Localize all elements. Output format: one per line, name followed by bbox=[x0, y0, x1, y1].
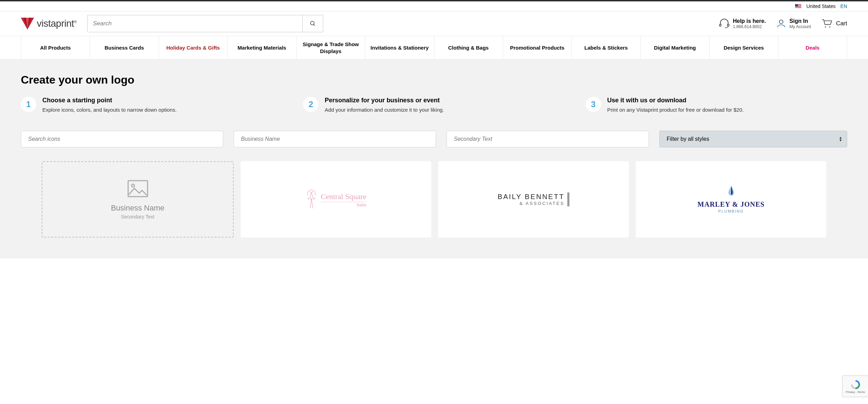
nav-bar: All Products Business Cards Holiday Card… bbox=[0, 36, 868, 60]
step-1-title: Choose a starting point bbox=[42, 97, 282, 104]
baily-bar-icon bbox=[567, 192, 569, 206]
logo-mark-icon bbox=[21, 18, 34, 29]
logo-grid: Business Name Secondary Text Central Squ… bbox=[21, 161, 847, 238]
help-title: Help is here. bbox=[733, 18, 766, 24]
header-actions: Help is here. 1.866.614.8002 Sign In My … bbox=[719, 18, 847, 29]
business-name-input[interactable] bbox=[234, 131, 436, 147]
search-button[interactable] bbox=[302, 15, 323, 32]
ballerina-icon bbox=[306, 189, 317, 210]
nav-invitations[interactable]: Invitations & Stationery bbox=[365, 36, 434, 59]
step-1-desc: Explore icons, colors, and layouts to na… bbox=[42, 106, 282, 113]
svg-point-2 bbox=[779, 20, 783, 24]
nav-marketing[interactable]: Marketing Materials bbox=[228, 36, 297, 59]
nav-clothing[interactable]: Clothing & Bags bbox=[434, 36, 503, 59]
help-action[interactable]: Help is here. 1.866.614.8002 bbox=[719, 18, 766, 29]
step-2: 2 Personalize for your business or event… bbox=[303, 97, 565, 113]
svg-rect-5 bbox=[128, 181, 148, 197]
nav-promotional[interactable]: Promotional Products bbox=[503, 36, 572, 59]
cart-label: Cart bbox=[836, 20, 847, 27]
steps-row: 1 Choose a starting point Explore icons,… bbox=[21, 97, 847, 113]
secondary-text-input[interactable] bbox=[446, 131, 649, 147]
marley-sub: PLUMBING bbox=[698, 209, 765, 213]
style-filter-wrap: Filter by all styles ▲▼ bbox=[659, 131, 847, 147]
step-3-desc: Print on any Vistaprint product for free… bbox=[607, 106, 847, 113]
signin-action[interactable]: Sign In My Account bbox=[776, 18, 811, 29]
logo-card-marley[interactable]: MARLEY & JONES PLUMBING bbox=[636, 161, 826, 238]
step-3: 3 Use it with us or download Print on an… bbox=[586, 97, 847, 113]
nav-deals[interactable]: Deals bbox=[778, 36, 847, 59]
locale-bar: United States EN bbox=[0, 1, 868, 11]
nav-digital-marketing[interactable]: Digital Marketing bbox=[641, 36, 709, 59]
step-1-num: 1 bbox=[21, 97, 36, 112]
step-2-title: Personalize for your business or event bbox=[325, 97, 565, 104]
locale-country[interactable]: United States bbox=[806, 3, 835, 9]
svg-point-7 bbox=[310, 190, 313, 192]
placeholder-sub: Secondary Text bbox=[121, 214, 154, 220]
nav-all-products[interactable]: All Products bbox=[21, 36, 90, 59]
svg-point-4 bbox=[829, 26, 831, 28]
nav-labels[interactable]: Labels & Stickers bbox=[572, 36, 641, 59]
logo-card-baily[interactable]: BAILY BENNETT & ASSOCIATES bbox=[438, 161, 629, 238]
locale-lang[interactable]: EN bbox=[841, 3, 847, 9]
help-phone: 1.866.614.8002 bbox=[733, 24, 766, 29]
svg-point-6 bbox=[132, 184, 134, 187]
search-wrap bbox=[87, 15, 323, 32]
signin-title: Sign In bbox=[790, 18, 811, 24]
ballet-sub: Ballet bbox=[321, 202, 366, 207]
nav-design-services[interactable]: Design Services bbox=[710, 36, 778, 59]
search-input[interactable] bbox=[87, 15, 302, 32]
flag-icon bbox=[795, 4, 801, 8]
logo-text: vistaprint® bbox=[37, 18, 77, 29]
nav-holiday-cards[interactable]: Holiday Cards & Gifts bbox=[159, 36, 228, 59]
style-filter-select[interactable]: Filter by all styles bbox=[659, 131, 847, 147]
svg-point-0 bbox=[310, 21, 314, 25]
step-1: 1 Choose a starting point Explore icons,… bbox=[21, 97, 282, 113]
svg-point-3 bbox=[825, 26, 826, 28]
marley-name: MARLEY & JONES bbox=[698, 200, 765, 208]
baily-name: BAILY BENNETT bbox=[498, 193, 565, 201]
step-3-num: 3 bbox=[586, 97, 601, 112]
ballet-name: Central Square bbox=[321, 192, 366, 201]
logo-card-placeholder[interactable]: Business Name Secondary Text bbox=[42, 161, 234, 238]
nav-signage[interactable]: Signage & Trade Show Displays bbox=[297, 36, 365, 59]
page-title: Create your own logo bbox=[21, 74, 847, 86]
nav-business-cards[interactable]: Business Cards bbox=[90, 36, 159, 59]
step-2-desc: Add your information and customize it to… bbox=[325, 106, 565, 113]
search-icon bbox=[310, 20, 316, 27]
main-section: Create your own logo 1 Choose a starting… bbox=[0, 60, 868, 258]
logo-card-ballet[interactable]: Central Square Ballet bbox=[241, 161, 431, 238]
filter-row: Filter by all styles ▲▼ bbox=[21, 131, 847, 147]
svg-line-1 bbox=[314, 24, 315, 26]
water-drop-icon bbox=[728, 186, 735, 196]
signin-sub: My Account bbox=[790, 24, 811, 29]
step-3-title: Use it with us or download bbox=[607, 97, 847, 104]
image-placeholder-icon bbox=[127, 179, 149, 198]
baily-sub: & ASSOCIATES bbox=[498, 201, 565, 206]
logo[interactable]: vistaprint® bbox=[21, 18, 77, 29]
cart-icon bbox=[821, 19, 833, 28]
user-icon bbox=[776, 19, 786, 28]
step-2-num: 2 bbox=[303, 97, 318, 112]
cart-action[interactable]: Cart bbox=[821, 19, 847, 28]
placeholder-title: Business Name bbox=[111, 204, 164, 213]
headset-icon bbox=[719, 18, 729, 29]
search-icons-input[interactable] bbox=[21, 131, 223, 147]
header: vistaprint® Help is here. 1.866.614.8002… bbox=[0, 11, 868, 36]
